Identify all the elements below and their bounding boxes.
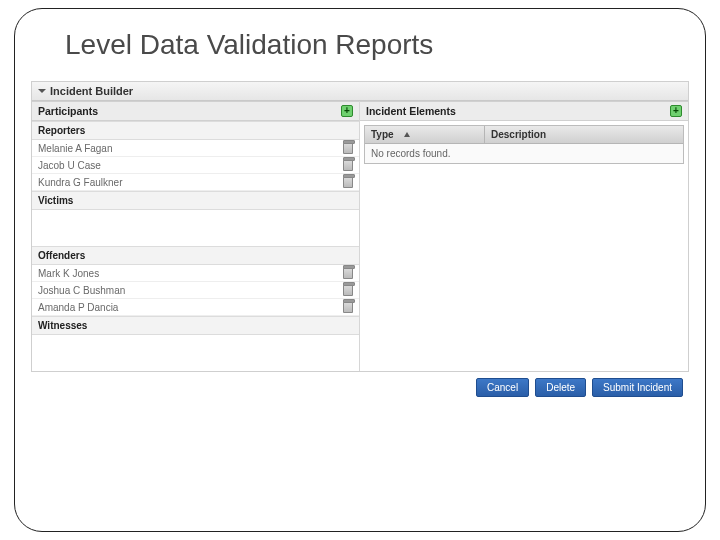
incident-builder-window: Incident Builder Participants + Reporter… — [31, 81, 689, 372]
column-header-description[interactable]: Description — [485, 126, 683, 143]
delete-button[interactable]: Delete — [535, 378, 586, 397]
witnesses-empty — [32, 335, 359, 371]
person-name: Mark K Jones — [38, 268, 99, 279]
person-name: Joshua C Bushman — [38, 285, 125, 296]
column-label: Description — [491, 129, 546, 140]
trash-icon[interactable] — [343, 159, 353, 171]
add-participant-icon[interactable]: + — [341, 105, 353, 117]
trash-icon[interactable] — [343, 284, 353, 296]
trash-icon[interactable] — [343, 176, 353, 188]
sort-ascending-icon — [404, 132, 410, 137]
incident-builder-title: Incident Builder — [50, 85, 133, 97]
grid-empty-message: No records found. — [365, 144, 683, 163]
elements-grid: Type Description No records found. — [364, 125, 684, 164]
incident-builder-header[interactable]: Incident Builder — [32, 82, 688, 101]
cancel-button[interactable]: Cancel — [476, 378, 529, 397]
reporters-header: Reporters — [32, 121, 359, 140]
trash-icon[interactable] — [343, 142, 353, 154]
add-element-icon[interactable]: + — [670, 105, 682, 117]
participants-panel: Participants + Reporters Melanie A Fagan… — [32, 101, 360, 371]
page-title: Level Data Validation Reports — [65, 29, 695, 61]
list-item[interactable]: Jacob U Case — [32, 157, 359, 174]
caret-down-icon — [38, 89, 46, 93]
victims-header: Victims — [32, 191, 359, 210]
person-name: Amanda P Dancia — [38, 302, 118, 313]
list-item[interactable]: Melanie A Fagan — [32, 140, 359, 157]
column-label: Type — [371, 129, 394, 140]
offenders-header: Offenders — [32, 246, 359, 265]
incident-elements-panel: Incident Elements + Type Description No … — [360, 101, 688, 371]
person-name: Kundra G Faulkner — [38, 177, 123, 188]
person-name: Melanie A Fagan — [38, 143, 113, 154]
participants-title: Participants — [38, 105, 98, 117]
list-item[interactable]: Joshua C Bushman — [32, 282, 359, 299]
submit-incident-button[interactable]: Submit Incident — [592, 378, 683, 397]
incident-elements-title: Incident Elements — [366, 105, 456, 117]
list-item[interactable]: Kundra G Faulkner — [32, 174, 359, 191]
person-name: Jacob U Case — [38, 160, 101, 171]
trash-icon[interactable] — [343, 267, 353, 279]
victims-empty — [32, 210, 359, 246]
witnesses-header: Witnesses — [32, 316, 359, 335]
list-item[interactable]: Mark K Jones — [32, 265, 359, 282]
list-item[interactable]: Amanda P Dancia — [32, 299, 359, 316]
action-button-bar: Cancel Delete Submit Incident — [25, 372, 695, 399]
column-header-type[interactable]: Type — [365, 126, 485, 143]
trash-icon[interactable] — [343, 301, 353, 313]
